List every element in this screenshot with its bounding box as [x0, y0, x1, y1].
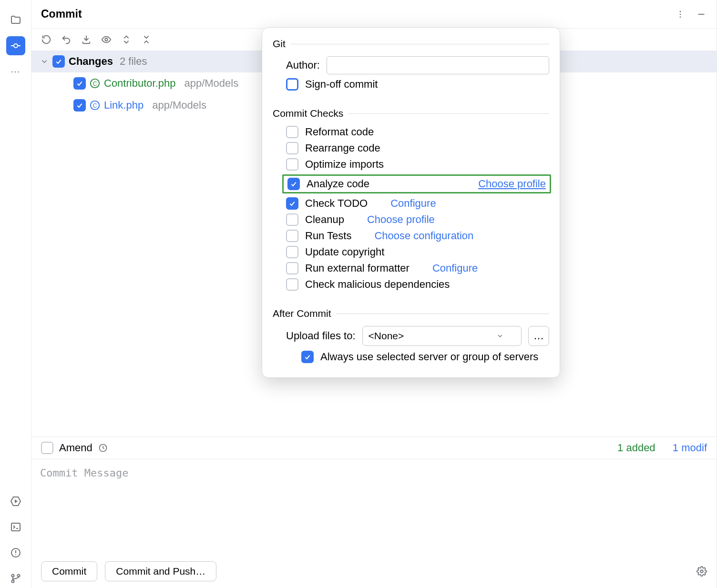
- cleanup-choose-profile-link[interactable]: Choose profile: [367, 213, 435, 226]
- commit-and-push-button[interactable]: Commit and Push…: [105, 561, 216, 581]
- tests-checkbox[interactable]: [286, 230, 298, 242]
- panel-options-button[interactable]: [675, 9, 686, 20]
- copyright-row: Update copyright: [286, 246, 549, 258]
- rearrange-checkbox[interactable]: [286, 142, 298, 154]
- file-checkbox[interactable]: [73, 99, 86, 112]
- commit-message-input[interactable]: [31, 459, 717, 555]
- diff-button[interactable]: [101, 34, 112, 45]
- analyze-choose-profile-link[interactable]: Choose profile: [478, 178, 546, 190]
- stat-modified: 1 modif: [673, 442, 707, 454]
- panel-title: Commit: [41, 8, 675, 20]
- always-label: Always use selected server or group of s…: [320, 351, 538, 363]
- chevron-down-icon: [496, 332, 504, 340]
- rail-problems-button[interactable]: [6, 543, 25, 562]
- expand-collapse-button[interactable]: [121, 34, 132, 45]
- amend-label: Amend: [59, 442, 92, 454]
- copyright-checkbox[interactable]: [286, 246, 298, 258]
- svg-text:C: C: [93, 81, 97, 87]
- file-path: app/Models: [184, 77, 238, 90]
- upload-value: <None>: [369, 330, 404, 342]
- rail-commit-button[interactable]: [6, 36, 25, 55]
- commit-checks-section-title: Commit Checks: [273, 108, 549, 119]
- git-section-title: Git: [273, 38, 549, 50]
- upload-select[interactable]: <None>: [362, 326, 522, 346]
- collapse-icon: [141, 34, 152, 45]
- download-tray-icon: [81, 34, 92, 45]
- formatter-checkbox[interactable]: [286, 262, 298, 274]
- commit-button[interactable]: Commit: [41, 561, 97, 581]
- tests-choose-config-link[interactable]: Choose configuration: [374, 230, 473, 242]
- copyright-label: Update copyright: [305, 246, 384, 258]
- analyze-checkbox[interactable]: [287, 178, 300, 190]
- todo-configure-link[interactable]: Configure: [390, 197, 436, 210]
- file-name: Link.php: [104, 99, 143, 112]
- ellipsis-icon: …: [533, 330, 544, 342]
- cleanup-checkbox[interactable]: [286, 213, 298, 226]
- svg-point-23: [700, 570, 703, 573]
- php-class-icon: C: [90, 100, 100, 111]
- undo-icon: [61, 34, 72, 45]
- amend-bar: Amend 1 added 1 modif: [31, 436, 717, 459]
- always-checkbox[interactable]: [301, 351, 314, 363]
- check-icon: [76, 101, 83, 109]
- tests-row: Run Tests Choose configuration: [286, 230, 549, 242]
- file-checkbox[interactable]: [73, 77, 86, 90]
- svg-point-10: [11, 575, 14, 577]
- expand-sort-icon: [121, 34, 132, 45]
- rail-vcs-button[interactable]: [6, 569, 25, 588]
- panel-header: Commit: [31, 0, 717, 29]
- upload-label: Upload files to:: [286, 330, 356, 342]
- author-row: Author:: [286, 56, 549, 74]
- optimize-label: Optimize imports: [305, 158, 384, 171]
- check-icon: [304, 353, 311, 361]
- amend-checkbox[interactable]: [41, 442, 53, 454]
- malicious-label: Check malicious dependencies: [305, 278, 450, 291]
- group-by-button[interactable]: [141, 34, 152, 45]
- signoff-checkbox[interactable]: [286, 78, 298, 91]
- left-icon-rail: ⋯: [0, 0, 31, 588]
- history-icon[interactable]: [98, 443, 108, 453]
- gear-icon[interactable]: [697, 566, 707, 577]
- refresh-icon: [41, 34, 51, 45]
- rail-terminal-button[interactable]: [6, 517, 25, 537]
- svg-text:C: C: [93, 102, 97, 109]
- rearrange-label: Rearrange code: [305, 142, 380, 154]
- reformat-checkbox[interactable]: [286, 126, 298, 138]
- check-icon: [290, 180, 297, 188]
- folder-icon: [10, 14, 21, 26]
- commit-options-popup: Git Author: Sign-off commit Commit Check…: [262, 27, 560, 378]
- chevron-down-icon[interactable]: [40, 57, 49, 66]
- malicious-checkbox[interactable]: [286, 278, 298, 291]
- rail-more-button[interactable]: ⋯: [6, 62, 25, 81]
- terminal-icon: [10, 521, 21, 533]
- panel-minimize-button[interactable]: [696, 9, 707, 20]
- refresh-button[interactable]: [41, 34, 51, 45]
- commit-message-area: [31, 459, 717, 555]
- analyze-label: Analyze code: [307, 178, 369, 190]
- svg-point-0: [14, 44, 18, 48]
- file-name: Contributor.php: [104, 77, 175, 90]
- rearrange-row: Rearrange code: [286, 142, 549, 154]
- author-input[interactable]: [327, 56, 549, 74]
- formatter-configure-link[interactable]: Configure: [432, 262, 478, 274]
- check-icon: [55, 58, 62, 65]
- cleanup-label: Cleanup: [305, 213, 344, 226]
- commit-node-icon: [10, 40, 21, 51]
- optimize-checkbox[interactable]: [286, 158, 298, 171]
- check-icon: [76, 80, 83, 87]
- rail-run-button[interactable]: [6, 492, 25, 511]
- reformat-row: Reformat code: [286, 126, 549, 138]
- rollback-button[interactable]: [61, 34, 72, 45]
- upload-more-button[interactable]: …: [528, 326, 549, 346]
- changes-all-checkbox[interactable]: [52, 55, 65, 68]
- ellipsis-icon: ⋯: [10, 66, 21, 77]
- eye-icon: [101, 34, 112, 45]
- svg-point-17: [105, 38, 108, 41]
- author-label: Author:: [286, 59, 320, 71]
- shelve-button[interactable]: [81, 34, 92, 45]
- rail-project-button[interactable]: [6, 10, 25, 30]
- analyze-row: Analyze code Choose profile: [282, 174, 551, 193]
- todo-checkbox[interactable]: [286, 197, 298, 210]
- svg-point-13: [680, 10, 681, 12]
- php-class-icon: C: [90, 78, 100, 89]
